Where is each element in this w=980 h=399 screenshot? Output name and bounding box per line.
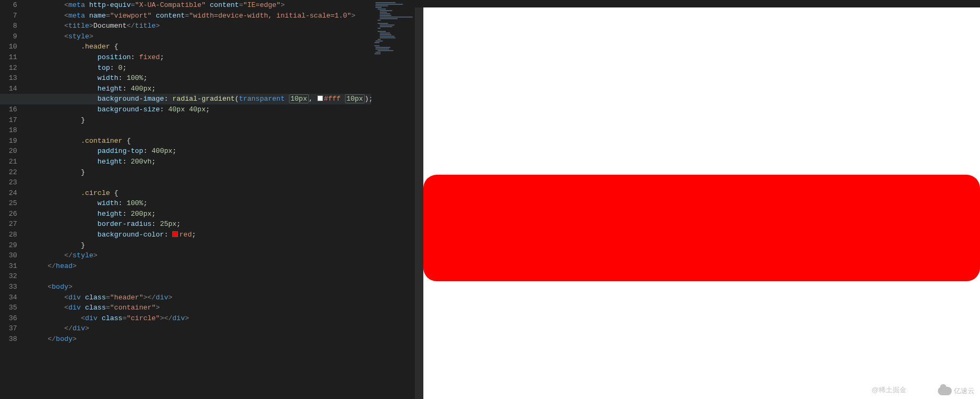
line-number: 35	[0, 303, 17, 313]
code-line[interactable]	[31, 125, 371, 136]
code-area[interactable]: <meta http-equiv="X-UA-Compatible" conte…	[31, 0, 371, 399]
code-line[interactable]: background-color: red;	[31, 230, 371, 240]
code-line[interactable]: border-radius: 25px;	[31, 219, 371, 230]
minimap-line	[375, 4, 403, 5]
minimap-line	[375, 52, 381, 53]
line-number: 18	[0, 125, 17, 136]
minimap-line	[380, 10, 392, 11]
line-number: 10	[0, 42, 17, 52]
minimap-line	[377, 23, 388, 24]
code-line[interactable]: padding-top: 400px;	[31, 146, 371, 157]
code-line[interactable]: }	[31, 240, 371, 251]
line-number: 9	[0, 31, 17, 42]
code-line[interactable]: <body>	[31, 282, 371, 292]
code-line[interactable]: </body>	[31, 334, 371, 345]
line-number: 30	[0, 250, 17, 261]
line-number: 37	[0, 323, 17, 334]
minimap-line	[377, 50, 393, 51]
watermark-yisu-text: 亿速云	[954, 386, 975, 396]
line-number: 8	[0, 21, 17, 31]
minimap-line	[375, 2, 396, 3]
watermark-yisu: 亿速云	[938, 386, 975, 396]
preview-body[interactable]: @稀土掘金 亿速云	[423, 7, 980, 399]
minimap-line	[380, 13, 390, 14]
minimap-line	[380, 26, 392, 27]
line-number: 12	[0, 63, 17, 74]
code-line[interactable]: <meta http-equiv="X-UA-Compatible" conte…	[31, 0, 371, 11]
minimap-line	[375, 5, 388, 6]
line-number: 29	[0, 240, 17, 251]
code-line[interactable]: height: 200px;	[31, 209, 371, 219]
line-number: 34	[0, 292, 17, 303]
minimap-line	[377, 31, 386, 32]
code-line[interactable]: }	[31, 115, 371, 126]
preview-circle-element	[423, 175, 980, 281]
code-line[interactable]: <style>	[31, 31, 371, 42]
minimap-line	[377, 28, 381, 29]
code-line[interactable]: position: fixed;	[31, 52, 371, 63]
minimap-line	[380, 37, 396, 38]
code-line[interactable]: </div>	[31, 323, 371, 334]
code-line[interactable]: width: 100%;	[31, 73, 371, 84]
code-line[interactable]: <title>Document</title>	[31, 21, 371, 31]
line-number: 6	[0, 0, 17, 11]
code-line[interactable]: top: 0;	[31, 63, 371, 74]
minimap-line	[375, 7, 382, 8]
line-number: 24	[0, 188, 17, 199]
line-number: 32	[0, 271, 17, 282]
minimap-line	[374, 53, 381, 54]
line-number: 14	[0, 84, 17, 94]
preview-toolbar	[415, 0, 980, 7]
minimap-line	[380, 15, 391, 16]
line-number: 27	[0, 219, 17, 230]
line-number: 20	[0, 146, 17, 157]
code-line[interactable]: width: 100%;	[31, 198, 371, 209]
cloud-icon	[938, 387, 952, 395]
minimap-line	[380, 25, 395, 26]
code-line[interactable]: .circle {	[31, 188, 371, 199]
minimap-line	[374, 42, 380, 43]
code-line[interactable]: <div class="circle"></div>	[31, 313, 371, 324]
code-line[interactable]: height: 200vh;	[31, 157, 371, 167]
code-line[interactable]: .header {	[31, 42, 371, 52]
minimap-line	[380, 34, 391, 35]
code-line[interactable]: }	[31, 167, 371, 178]
line-number: 21	[0, 157, 17, 167]
line-number: 13	[0, 73, 17, 84]
code-line[interactable]	[31, 177, 371, 188]
code-line[interactable]: .container {	[31, 136, 371, 146]
line-number: 38	[0, 334, 17, 345]
minimap-line	[375, 40, 383, 42]
line-number: 22	[0, 167, 17, 178]
line-number: 11	[0, 52, 17, 63]
line-number: 19	[0, 136, 17, 146]
line-number: 28	[0, 230, 17, 240]
line-number: 26	[0, 209, 17, 219]
code-line[interactable]: </head>	[31, 261, 371, 272]
code-line[interactable]: <div class="container">	[31, 303, 371, 313]
minimap-line	[380, 17, 413, 18]
code-line[interactable]: height: 400px;	[31, 84, 371, 94]
line-number: 31	[0, 261, 17, 272]
minimap[interactable]	[371, 0, 415, 399]
line-number: 23	[0, 177, 17, 188]
minimap-line	[377, 9, 386, 10]
line-number: 16	[0, 104, 17, 115]
code-line[interactable]: background-size: 40px 40px;	[31, 104, 371, 115]
code-line[interactable]: background-image: radial-gradient(transp…	[0, 94, 371, 104]
code-line[interactable]	[31, 271, 371, 282]
code-editor-pane[interactable]: 6789101112131415161718192021222324252627…	[0, 0, 371, 399]
minimap-line	[380, 36, 395, 37]
minimap-line	[380, 12, 387, 13]
preview-pane: @稀土掘金 亿速云	[415, 0, 980, 399]
code-line[interactable]: <div class="header"></div>	[31, 292, 371, 303]
code-line[interactable]: </style>	[31, 250, 371, 261]
minimap-line	[375, 48, 389, 50]
line-number: 33	[0, 282, 17, 292]
minimap-line	[380, 18, 398, 19]
minimap-line	[377, 20, 381, 21]
line-number: 17	[0, 115, 17, 126]
code-line[interactable]: <meta name="viewport" content="width=dev…	[31, 11, 371, 21]
line-number: 25	[0, 198, 17, 209]
minimap-line	[374, 45, 380, 46]
